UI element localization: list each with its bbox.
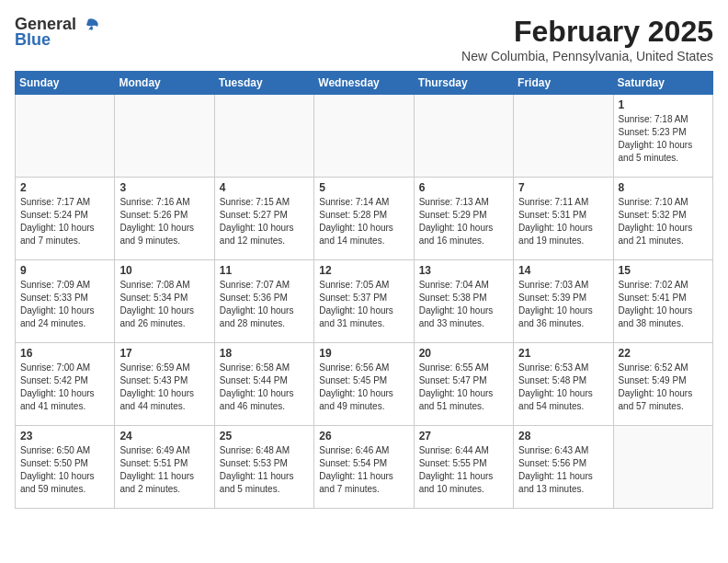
calendar-cell — [613, 426, 712, 509]
day-number: 27 — [419, 430, 508, 442]
day-detail: Sunrise: 7:00 AM Sunset: 5:42 PM Dayligh… — [20, 362, 109, 413]
calendar-cell: 3Sunrise: 7:16 AM Sunset: 5:26 PM Daylig… — [115, 178, 214, 260]
day-detail: Sunrise: 7:17 AM Sunset: 5:24 PM Dayligh… — [20, 196, 109, 247]
header-friday: Friday — [514, 72, 613, 95]
calendar-cell: 15Sunrise: 7:02 AM Sunset: 5:41 PM Dayli… — [613, 260, 712, 343]
calendar-cell: 26Sunrise: 6:46 AM Sunset: 5:54 PM Dayli… — [314, 426, 414, 509]
calendar-header: Sunday Monday Tuesday Wednesday Thursday… — [16, 72, 713, 95]
header-wednesday: Wednesday — [314, 72, 414, 95]
calendar-cell: 12Sunrise: 7:05 AM Sunset: 5:37 PM Dayli… — [314, 260, 414, 343]
day-detail: Sunrise: 7:02 AM Sunset: 5:41 PM Dayligh… — [619, 279, 708, 330]
day-number: 1 — [619, 98, 708, 111]
day-detail: Sunrise: 7:08 AM Sunset: 5:34 PM Dayligh… — [119, 279, 209, 330]
calendar-cell: 4Sunrise: 7:15 AM Sunset: 5:27 PM Daylig… — [214, 178, 313, 260]
calendar-cell: 17Sunrise: 6:59 AM Sunset: 5:43 PM Dayli… — [115, 343, 214, 426]
calendar-week-1: 2Sunrise: 7:17 AM Sunset: 5:24 PM Daylig… — [16, 178, 713, 260]
calendar-cell: 27Sunrise: 6:44 AM Sunset: 5:55 PM Dayli… — [414, 426, 513, 509]
logo: General Blue — [15, 15, 99, 50]
calendar-week-3: 16Sunrise: 7:00 AM Sunset: 5:42 PM Dayli… — [16, 343, 713, 426]
day-detail: Sunrise: 6:55 AM Sunset: 5:47 PM Dayligh… — [419, 362, 508, 413]
day-detail: Sunrise: 7:09 AM Sunset: 5:33 PM Dayligh… — [20, 279, 109, 330]
title-area: February 2025 New Columbia, Pennsylvania… — [461, 15, 713, 63]
day-number: 2 — [20, 181, 109, 194]
calendar-cell — [514, 95, 613, 178]
day-detail: Sunrise: 7:07 AM Sunset: 5:36 PM Dayligh… — [220, 279, 309, 330]
calendar-cell: 22Sunrise: 6:52 AM Sunset: 5:49 PM Dayli… — [613, 343, 712, 426]
day-number: 13 — [419, 264, 508, 277]
calendar-table: Sunday Monday Tuesday Wednesday Thursday… — [15, 71, 713, 509]
day-number: 8 — [619, 181, 708, 194]
day-number: 9 — [20, 264, 109, 277]
calendar-cell — [16, 95, 115, 178]
day-number: 15 — [619, 264, 708, 277]
day-number: 17 — [119, 347, 209, 360]
day-number: 12 — [319, 264, 408, 277]
day-detail: Sunrise: 6:48 AM Sunset: 5:53 PM Dayligh… — [220, 444, 309, 496]
day-detail: Sunrise: 6:59 AM Sunset: 5:43 PM Dayligh… — [119, 362, 209, 413]
calendar-week-4: 23Sunrise: 6:50 AM Sunset: 5:50 PM Dayli… — [16, 426, 713, 509]
day-detail: Sunrise: 7:18 AM Sunset: 5:23 PM Dayligh… — [619, 113, 708, 165]
day-detail: Sunrise: 7:14 AM Sunset: 5:28 PM Dayligh… — [319, 196, 408, 247]
calendar-cell — [214, 95, 313, 178]
day-number: 14 — [518, 264, 608, 277]
day-number: 20 — [419, 347, 508, 360]
day-detail: Sunrise: 7:03 AM Sunset: 5:39 PM Dayligh… — [518, 279, 608, 330]
day-detail: Sunrise: 6:49 AM Sunset: 5:51 PM Dayligh… — [119, 444, 209, 496]
calendar-cell: 20Sunrise: 6:55 AM Sunset: 5:47 PM Dayli… — [414, 343, 513, 426]
calendar-cell: 1Sunrise: 7:18 AM Sunset: 5:23 PM Daylig… — [613, 95, 712, 178]
calendar-cell: 13Sunrise: 7:04 AM Sunset: 5:38 PM Dayli… — [414, 260, 513, 343]
calendar-cell: 5Sunrise: 7:14 AM Sunset: 5:28 PM Daylig… — [314, 178, 414, 260]
header-sunday: Sunday — [16, 72, 115, 95]
day-number: 18 — [220, 347, 309, 360]
day-number: 3 — [119, 181, 209, 194]
day-number: 10 — [119, 264, 209, 277]
day-number: 16 — [20, 347, 109, 360]
header-tuesday: Tuesday — [214, 72, 313, 95]
calendar-title: February 2025 — [461, 15, 713, 49]
header: General Blue February 2025 New Columbia,… — [15, 15, 713, 63]
calendar-cell: 28Sunrise: 6:43 AM Sunset: 5:56 PM Dayli… — [514, 426, 613, 509]
day-detail: Sunrise: 7:10 AM Sunset: 5:32 PM Dayligh… — [619, 196, 708, 247]
day-detail: Sunrise: 7:11 AM Sunset: 5:31 PM Dayligh… — [518, 196, 608, 247]
day-detail: Sunrise: 6:46 AM Sunset: 5:54 PM Dayligh… — [319, 444, 408, 496]
day-detail: Sunrise: 6:43 AM Sunset: 5:56 PM Dayligh… — [518, 444, 608, 496]
day-number: 6 — [419, 181, 508, 194]
day-number: 26 — [319, 430, 408, 442]
calendar-cell: 14Sunrise: 7:03 AM Sunset: 5:39 PM Dayli… — [514, 260, 613, 343]
day-number: 19 — [319, 347, 408, 360]
calendar-cell: 2Sunrise: 7:17 AM Sunset: 5:24 PM Daylig… — [16, 178, 115, 260]
calendar-cell — [115, 95, 214, 178]
header-monday: Monday — [115, 72, 214, 95]
calendar-cell: 18Sunrise: 6:58 AM Sunset: 5:44 PM Dayli… — [214, 343, 313, 426]
logo-bird-icon — [79, 17, 99, 32]
calendar-cell: 7Sunrise: 7:11 AM Sunset: 5:31 PM Daylig… — [514, 178, 613, 260]
day-number: 25 — [220, 430, 309, 442]
day-number: 4 — [220, 181, 309, 194]
header-thursday: Thursday — [414, 72, 513, 95]
day-detail: Sunrise: 6:50 AM Sunset: 5:50 PM Dayligh… — [20, 444, 109, 496]
day-detail: Sunrise: 6:58 AM Sunset: 5:44 PM Dayligh… — [220, 362, 309, 413]
day-detail: Sunrise: 7:16 AM Sunset: 5:26 PM Dayligh… — [119, 196, 209, 247]
calendar-cell: 9Sunrise: 7:09 AM Sunset: 5:33 PM Daylig… — [16, 260, 115, 343]
day-detail: Sunrise: 7:13 AM Sunset: 5:29 PM Dayligh… — [419, 196, 508, 247]
calendar-cell: 25Sunrise: 6:48 AM Sunset: 5:53 PM Dayli… — [214, 426, 313, 509]
calendar-week-2: 9Sunrise: 7:09 AM Sunset: 5:33 PM Daylig… — [16, 260, 713, 343]
calendar-cell: 11Sunrise: 7:07 AM Sunset: 5:36 PM Dayli… — [214, 260, 313, 343]
calendar-cell: 24Sunrise: 6:49 AM Sunset: 5:51 PM Dayli… — [115, 426, 214, 509]
day-detail: Sunrise: 6:44 AM Sunset: 5:55 PM Dayligh… — [419, 444, 508, 496]
day-number: 7 — [518, 181, 608, 194]
header-row: Sunday Monday Tuesday Wednesday Thursday… — [16, 72, 713, 95]
calendar-cell: 8Sunrise: 7:10 AM Sunset: 5:32 PM Daylig… — [613, 178, 712, 260]
day-number: 28 — [518, 430, 608, 442]
calendar-week-0: 1Sunrise: 7:18 AM Sunset: 5:23 PM Daylig… — [16, 95, 713, 178]
header-saturday: Saturday — [613, 72, 712, 95]
day-detail: Sunrise: 7:04 AM Sunset: 5:38 PM Dayligh… — [419, 279, 508, 330]
calendar-cell: 21Sunrise: 6:53 AM Sunset: 5:48 PM Dayli… — [514, 343, 613, 426]
day-detail: Sunrise: 7:05 AM Sunset: 5:37 PM Dayligh… — [319, 279, 408, 330]
day-number: 11 — [220, 264, 309, 277]
calendar-cell — [414, 95, 513, 178]
day-number: 23 — [20, 430, 109, 442]
calendar-subtitle: New Columbia, Pennsylvania, United State… — [461, 49, 713, 63]
calendar-cell: 23Sunrise: 6:50 AM Sunset: 5:50 PM Dayli… — [16, 426, 115, 509]
calendar-body: 1Sunrise: 7:18 AM Sunset: 5:23 PM Daylig… — [16, 95, 713, 509]
